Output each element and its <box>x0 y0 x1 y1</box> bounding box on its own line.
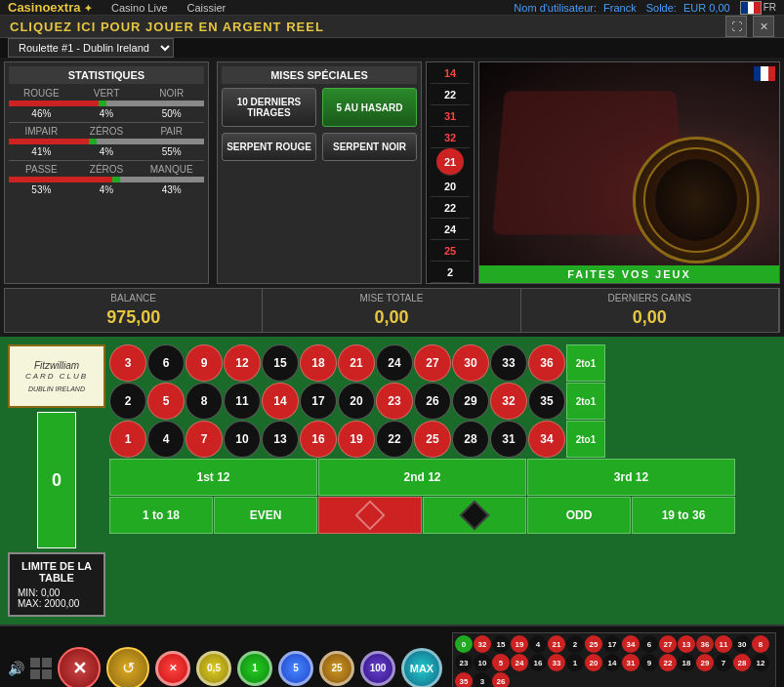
num-15[interactable]: 15 <box>262 344 299 382</box>
impair-pct: 41% <box>9 146 74 157</box>
odd[interactable]: ODD <box>527 497 631 534</box>
num-4[interactable]: 4 <box>147 421 185 458</box>
grid-icon[interactable] <box>30 658 52 679</box>
red-diamond[interactable] <box>318 497 422 534</box>
grid-row-mid: 2 5 8 11 14 17 20 23 26 29 32 35 2to1 <box>109 383 776 420</box>
tto1-top[interactable]: 2to1 <box>566 344 605 382</box>
num-9[interactable]: 9 <box>186 344 223 382</box>
stats-row: STATISTIQUES ROUGE VERT NOIR 46% 4% 50% … <box>0 58 784 288</box>
num-12[interactable]: 12 <box>224 344 261 382</box>
1to18[interactable]: 1 to 18 <box>109 497 213 534</box>
num-8[interactable]: 8 <box>186 383 223 420</box>
wn-35: 35 <box>455 672 473 687</box>
wn-20: 20 <box>585 654 602 671</box>
num-32[interactable]: 32 <box>490 383 527 420</box>
even[interactable]: EVEN <box>214 497 317 534</box>
num-6[interactable]: 6 <box>147 344 185 382</box>
chip-x[interactable]: ✕ <box>155 651 190 686</box>
wn-27: 27 <box>659 635 677 653</box>
recent-num-5: 21 <box>436 148 464 176</box>
balance-stat-label: BALANCE <box>110 293 156 303</box>
close-icon[interactable]: ✕ <box>753 16 774 37</box>
2nd12[interactable]: 2nd 12 <box>318 459 526 496</box>
19to36[interactable]: 19 to 36 <box>632 497 735 534</box>
repeat-button[interactable]: ↺ <box>106 647 149 688</box>
num-18[interactable]: 18 <box>300 344 337 382</box>
wn-4: 4 <box>529 635 547 653</box>
chip-100[interactable]: 100 <box>360 651 395 686</box>
num-19[interactable]: 19 <box>338 421 375 458</box>
num-29[interactable]: 29 <box>452 383 489 420</box>
chip-25[interactable]: 25 <box>319 651 354 686</box>
num-30[interactable]: 30 <box>452 344 489 382</box>
tto1-mid[interactable]: 2to1 <box>566 383 605 420</box>
num-34[interactable]: 34 <box>528 421 565 458</box>
wn-30: 30 <box>733 635 751 653</box>
num-33[interactable]: 33 <box>490 344 527 382</box>
serpent-rouge-button[interactable]: SERPENT ROUGE <box>222 133 316 161</box>
bottom-section: 🔊 ✕ ↺ ✕ 0,5 1 5 25 100 MAX <box>0 625 784 687</box>
derniers-tirages-button[interactable]: 10 DERNIERS TIRAGES <box>222 88 316 127</box>
tto1-bot[interactable]: 2to1 <box>566 421 605 458</box>
casino-live-link[interactable]: Casino Live <box>111 2 167 14</box>
num-13[interactable]: 13 <box>262 421 299 458</box>
flag-corner <box>754 66 775 81</box>
real-money-banner[interactable]: CLIQUEZ ICI POUR JOUER EN ARGENT REEL ⛶ … <box>0 16 784 38</box>
caissier-link[interactable]: Caissier <box>187 2 227 14</box>
passe-pct: 53% <box>9 184 74 195</box>
wn-3: 3 <box>474 672 491 687</box>
num-25[interactable]: 25 <box>414 421 451 458</box>
pair-label: PAIR <box>139 126 204 137</box>
num-35[interactable]: 35 <box>528 383 565 420</box>
num-2[interactable]: 2 <box>109 383 146 420</box>
fullscreen-icon[interactable]: ⛶ <box>725 16 747 37</box>
black-diamond[interactable] <box>423 497 526 534</box>
zeros2-label: ZÉROS <box>74 164 140 175</box>
num-22[interactable]: 22 <box>376 421 413 458</box>
num-20[interactable]: 20 <box>338 383 375 420</box>
num-17[interactable]: 17 <box>300 383 337 420</box>
au-hasard-button[interactable]: 5 AU HASARD <box>322 88 417 127</box>
num-24[interactable]: 24 <box>376 344 413 382</box>
num-28[interactable]: 28 <box>452 421 489 458</box>
language-selector[interactable]: FR <box>740 1 776 15</box>
dozen-row: 1st 12 2nd 12 3rd 12 <box>109 459 776 496</box>
num-23[interactable]: 23 <box>376 383 413 420</box>
num-31[interactable]: 31 <box>490 421 527 458</box>
num-3[interactable]: 3 <box>109 344 146 382</box>
min-limit: MIN: 0,00 <box>18 587 96 598</box>
wn-22: 22 <box>659 654 677 671</box>
chip-1[interactable]: 1 <box>237 651 272 686</box>
num-11[interactable]: 11 <box>224 383 261 420</box>
wn-34: 34 <box>622 635 640 653</box>
num-5[interactable]: 5 <box>147 383 185 420</box>
serpent-noir-button[interactable]: SERPENT NOIR <box>322 133 417 161</box>
wn-31: 31 <box>622 654 640 671</box>
num-16[interactable]: 16 <box>300 421 337 458</box>
camera-overlay: FAITES VOS JEUX <box>479 62 779 283</box>
game-area: Fitzwilliam CARD CLUB DUBLIN IRELAND 0 L… <box>0 337 784 625</box>
num-7[interactable]: 7 <box>186 421 223 458</box>
wn-2: 2 <box>566 635 584 653</box>
chip-max[interactable]: MAX <box>401 648 442 688</box>
num-21[interactable]: 21 <box>338 344 375 382</box>
num-14[interactable]: 14 <box>262 383 299 420</box>
cancel-button[interactable]: ✕ <box>58 647 101 688</box>
sound-icon[interactable]: 🔊 <box>8 661 24 676</box>
num-26[interactable]: 26 <box>414 383 451 420</box>
wn-13: 13 <box>678 635 695 653</box>
mise-stat: MISE TOTALE 0,00 <box>263 289 520 332</box>
table-select[interactable]: Roulette #1 - Dublin Ireland <box>8 38 174 58</box>
zero-cell[interactable]: 0 <box>37 412 76 548</box>
bottom-stats: BALANCE 975,00 MISE TOTALE 0,00 DERNIERS… <box>4 288 780 333</box>
zeros2-pct: 4% <box>74 184 140 195</box>
chip-0.5[interactable]: 0,5 <box>196 651 231 686</box>
num-27[interactable]: 27 <box>414 344 451 382</box>
1st12[interactable]: 1st 12 <box>109 459 317 496</box>
3rd12[interactable]: 3rd 12 <box>527 459 735 496</box>
grid-row-bot: 1 4 7 10 13 16 19 22 25 28 31 34 2to1 <box>109 421 776 458</box>
chip-5[interactable]: 5 <box>278 651 313 686</box>
num-10[interactable]: 10 <box>224 421 261 458</box>
num-36[interactable]: 36 <box>528 344 565 382</box>
num-1[interactable]: 1 <box>109 421 146 458</box>
